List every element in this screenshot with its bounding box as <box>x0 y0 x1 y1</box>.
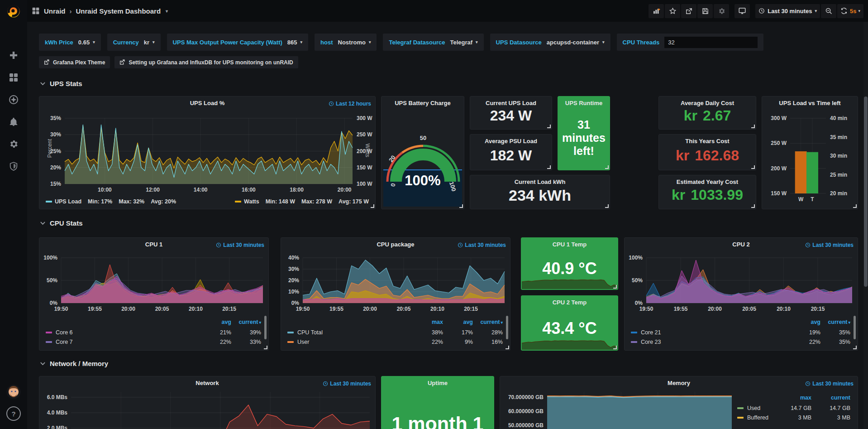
panel-ups-load-vs-time-left[interactable]: UPS Load vs Time left 300 W250 W200 W150… <box>762 96 858 209</box>
time-badge[interactable]: Last 30 minutes <box>216 242 264 248</box>
legend-col-current[interactable]: current▾ <box>820 319 850 325</box>
link-grafana-plex-theme[interactable]: Grafana Plex Theme <box>39 56 110 68</box>
scrollbar-thumb[interactable] <box>864 96 868 287</box>
legend-row[interactable]: Used14.7 GB14.7 GB <box>737 403 850 413</box>
legend-col-avg[interactable]: avg <box>791 319 820 325</box>
legend-col-max[interactable]: max <box>773 395 811 401</box>
variable-ups-max-watt[interactable]: UPS Max Output Power Capacity (Watt) 865… <box>167 34 308 51</box>
admin-shield-icon[interactable] <box>9 161 19 171</box>
panel-title[interactable]: Current Load kWh <box>470 178 610 185</box>
user-avatar[interactable] <box>6 385 21 399</box>
panel-current-ups-load[interactable]: Current UPS Load 234 W <box>470 96 552 130</box>
cpu-package-plot[interactable]: 19:5019:5520:0020:0520:1020:1540%30%20%1… <box>303 258 505 303</box>
variable-ups-datasource[interactable]: UPS Datasource apcupsd-container▾ <box>490 34 610 51</box>
legend-col-current[interactable]: current <box>811 395 850 401</box>
cpu1-plot[interactable]: 19:5019:5520:0020:0520:1020:15100%50%0% <box>61 258 263 303</box>
zoom-out-button[interactable] <box>821 4 836 18</box>
dashboard-settings-button[interactable] <box>714 4 729 18</box>
panel-title[interactable]: Average Daily Cost <box>659 100 756 106</box>
dashboard-grid-icon[interactable] <box>32 7 40 15</box>
memory-plot[interactable]: 70.000000 GB60.000000 GB50.000000 GB <box>547 392 732 429</box>
panel-title[interactable]: CPU 2 Temp <box>521 299 618 306</box>
panel-memory[interactable]: Memory Last 30 minutes 70.000000 GB60.00… <box>500 376 858 429</box>
variable-value[interactable]: kr <box>144 39 149 46</box>
panel-ups-load[interactable]: UPS Load % Last 12 hours Percent Watts 1… <box>39 96 376 209</box>
create-plus-icon[interactable] <box>9 50 19 60</box>
panel-title[interactable]: CPU 1 Temp <box>521 241 618 248</box>
variable-value[interactable]: 865 <box>287 39 297 46</box>
panel-uptime[interactable]: Uptime 1 month 1 <box>381 376 494 429</box>
legend-row[interactable]: Core 621%39% <box>46 328 261 337</box>
variable-host[interactable]: host Nostromo▾ <box>315 34 377 51</box>
section-cpu-stats[interactable]: CPU Stats <box>40 219 83 227</box>
legend-row[interactable]: CPU Total38%17%28% <box>287 328 503 337</box>
cpu-threads-input[interactable]: 32 <box>664 37 758 48</box>
panel-ups-runtime[interactable]: UPS Runtime 31 minutes left! <box>558 96 610 170</box>
share-button[interactable] <box>681 4 696 18</box>
panel-title[interactable]: UPS Battery Charge <box>382 100 464 106</box>
panel-ups-battery-charge[interactable]: UPS Battery Charge 50 20 0 100 100% <box>381 96 464 209</box>
star-button[interactable] <box>665 4 680 18</box>
link-ups-monitoring-guide[interactable]: Setting up Grafana and InfluxDB for UPS … <box>114 56 298 68</box>
panel-title[interactable]: Uptime <box>382 380 494 386</box>
legend-scrollbar[interactable] <box>854 316 856 339</box>
refresh-button[interactable]: 5s ▾ <box>837 4 863 18</box>
cycle-view-button[interactable] <box>734 4 750 18</box>
legend-row[interactable]: User22%9%16% <box>287 337 503 347</box>
panel-this-years-cost[interactable]: This Years Cost kr162.68 <box>658 134 756 170</box>
panel-estimated-yearly-cost[interactable]: Estimated Yearly Cost kr1033.99 <box>658 175 756 209</box>
panel-title[interactable]: UPS Load vs Time left <box>762 100 858 106</box>
variable-kwh-price[interactable]: kWh Price 0.65▾ <box>39 34 101 51</box>
dashboards-icon[interactable] <box>9 72 19 82</box>
cpu2-plot[interactable]: 19:5019:5520:0020:0520:1020:15100%50%0% <box>646 258 852 303</box>
variable-currency[interactable]: Currency kr▾ <box>107 34 161 51</box>
panel-average-psu-load[interactable]: Average PSU Load 182 W <box>470 134 552 170</box>
panel-cpu-2[interactable]: CPU 2 Last 30 minutes 19:5019:5520:0020:… <box>624 237 858 351</box>
legend-col-avg[interactable]: avg <box>443 319 473 325</box>
legend-row[interactable]: Core 2322%35% <box>631 337 850 347</box>
panel-title[interactable]: Estimated Yearly Cost <box>659 178 756 185</box>
legend-scrollbar[interactable] <box>506 316 508 339</box>
refresh-caret-icon[interactable]: ▾ <box>858 9 860 13</box>
help-icon[interactable]: ? <box>6 406 21 421</box>
legend-item[interactable]: UPS LoadMin: 17%Max: 32%Avg: 20% <box>46 198 176 205</box>
legend-item[interactable]: WattsMin: 148 WMax: 278 WAvg: 175 W <box>235 198 369 205</box>
save-button[interactable] <box>697 4 713 18</box>
variable-telegraf-datasource[interactable]: Telegraf Datasource Telegraf▾ <box>383 34 483 51</box>
time-badge[interactable]: Last 30 minutes <box>458 242 506 248</box>
variable-value[interactable]: apcupsd-container <box>547 39 599 46</box>
network-plot[interactable]: 6.0 MBs4.0 MBs2.0 MBs <box>71 392 370 429</box>
panel-cpu1-temp[interactable]: CPU 1 Temp 40.9 °C <box>521 237 618 290</box>
explore-compass-icon[interactable] <box>9 95 19 105</box>
title-caret-icon[interactable]: ▾ <box>166 9 168 14</box>
ups-bar-plot[interactable]: 300 W250 W200 W150 W40 min35 min30 min25… <box>790 118 826 193</box>
legend-col-avg[interactable]: avg <box>201 319 231 325</box>
panel-title[interactable]: This Years Cost <box>659 138 756 145</box>
legend-row[interactable]: Core 2119%35% <box>631 328 850 337</box>
legend-row[interactable]: Core 722%33% <box>46 337 261 347</box>
panel-cpu-1[interactable]: CPU 1 Last 30 minutes 19:5019:5520:0020:… <box>39 237 269 351</box>
page-title[interactable]: Unraid System Dashboard <box>76 7 161 15</box>
panel-title[interactable]: Memory <box>500 380 858 386</box>
panel-cpu-package[interactable]: CPU package Last 30 minutes 19:5019:5520… <box>281 237 510 351</box>
variable-value[interactable]: 0.65 <box>78 39 90 46</box>
add-panel-button[interactable] <box>649 4 664 18</box>
panel-network[interactable]: Network Last 30 minutes 6.0 MBs4.0 MBs2.… <box>39 376 376 429</box>
grafana-logo-icon[interactable] <box>5 3 22 21</box>
panel-cpu2-temp[interactable]: CPU 2 Temp 43.4 °C <box>521 295 618 351</box>
time-badge[interactable]: Last 30 minutes <box>323 381 371 387</box>
time-badge[interactable]: Last 30 minutes <box>805 242 854 248</box>
legend-col-current[interactable]: current▾ <box>473 319 503 325</box>
configuration-gear-icon[interactable] <box>9 139 19 149</box>
panel-average-daily-cost[interactable]: Average Daily Cost kr2.67 <box>658 96 756 130</box>
panel-title[interactable]: UPS Runtime <box>558 100 610 106</box>
legend-col-max[interactable]: max <box>413 319 443 325</box>
panel-title[interactable]: Current UPS Load <box>470 100 552 106</box>
panel-title[interactable]: Average PSU Load <box>470 138 552 145</box>
time-range-picker[interactable]: Last 30 minutes ▾ <box>755 4 820 18</box>
section-network-memory[interactable]: Network / Memory <box>40 360 108 367</box>
section-ups-stats[interactable]: UPS Stats <box>40 80 82 87</box>
legend-scrollbar[interactable] <box>264 316 267 339</box>
variable-value[interactable]: Nostromo <box>338 39 366 46</box>
legend-row[interactable]: Buffered3 MB3 MB <box>737 413 850 422</box>
